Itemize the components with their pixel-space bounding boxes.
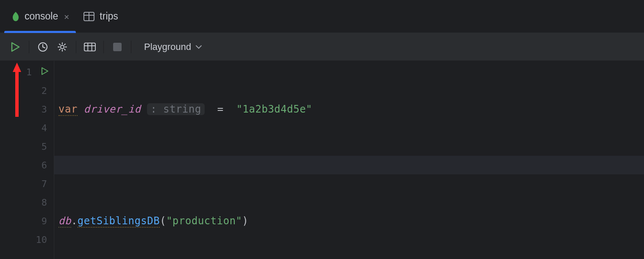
separator: [131, 41, 131, 53]
stop-button[interactable]: [111, 41, 123, 53]
tab-bar: console ✕ trips: [0, 0, 644, 33]
line-number: 5: [34, 141, 47, 152]
tab-console[interactable]: console ✕: [4, 0, 76, 33]
line-number: 9: [34, 216, 47, 226]
line-number: 3: [34, 104, 47, 115]
tab-label: console: [25, 11, 58, 22]
line-number: 7: [34, 179, 47, 189]
toolbar: Playground: [0, 33, 644, 61]
playground-dropdown[interactable]: Playground: [139, 39, 207, 55]
playground-label: Playground: [144, 41, 191, 52]
line-number: 6: [34, 160, 47, 171]
tab-trips[interactable]: trips: [76, 0, 124, 33]
history-button[interactable]: [37, 41, 49, 53]
gutter-row: 3: [0, 100, 54, 118]
table-icon: [83, 12, 94, 21]
tab-label: trips: [100, 11, 118, 22]
run-button[interactable]: [9, 41, 21, 53]
leaf-icon: [12, 11, 19, 22]
line-number: 10: [34, 234, 47, 245]
gutter-row: 8: [0, 193, 54, 212]
settings-button[interactable]: [56, 41, 68, 53]
separator: [76, 41, 76, 53]
gutter-row: 7: [0, 174, 54, 193]
gutter-row: 9: [0, 212, 54, 230]
gutter-row: 2: [0, 81, 54, 100]
gutter-row: 1: [0, 63, 54, 81]
svg-rect-5: [84, 43, 95, 51]
line-number: 1: [19, 67, 32, 77]
table-view-button[interactable]: [84, 41, 96, 53]
separator: [103, 41, 104, 53]
gutter: 1 2 3 4 5 6 7 8 9 10: [0, 61, 54, 259]
line-number: 8: [34, 197, 47, 208]
line-number: 4: [34, 123, 47, 133]
code-area[interactable]: var driver_id : string = "1a2b3d4d5e" db…: [54, 61, 644, 259]
svg-point-4: [61, 45, 64, 49]
run-line-icon[interactable]: [41, 67, 49, 77]
line-number: 2: [34, 85, 47, 96]
close-icon[interactable]: ✕: [63, 11, 70, 22]
gutter-row: 5: [0, 137, 54, 156]
chevron-down-icon: [195, 43, 202, 51]
gutter-row: 4: [0, 118, 54, 137]
gutter-row: 6: [0, 156, 54, 174]
separator: [29, 41, 29, 53]
editor[interactable]: 1 2 3 4 5 6 7 8 9 10 var driver_id : str…: [0, 61, 644, 259]
code-line: db.getSiblingsDB("production"): [58, 212, 644, 230]
code-line: [54, 156, 644, 174]
gutter-row: 10: [0, 230, 54, 249]
code-line: var driver_id : string = "1a2b3d4d5e": [58, 100, 644, 118]
